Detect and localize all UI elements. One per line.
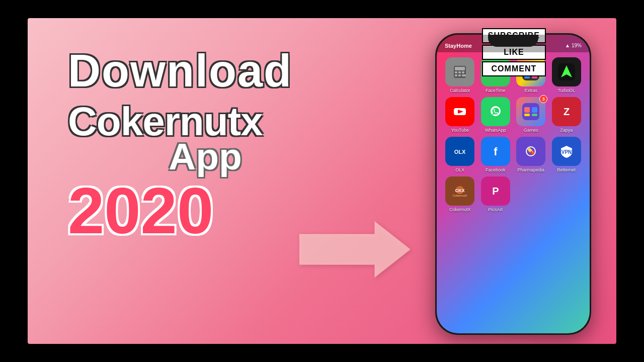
picsart-icon: P: [481, 176, 510, 206]
calculator-icon: [445, 57, 474, 86]
svg-rect-5: [462, 71, 464, 73]
arrow-icon: [299, 219, 410, 280]
phone-notch: [488, 35, 538, 47]
arrow-container: [299, 219, 410, 282]
facebook-label: Facebook: [486, 167, 506, 172]
left-content: Download Cokernutx App 2020: [68, 48, 410, 243]
main-thumbnail: SUBSCRIBE LIKE COMMENT Download Cokernut…: [28, 18, 616, 344]
picsart-label: PicsArt: [488, 207, 503, 212]
app-grid: Calculator FaceTime Extras: [442, 55, 585, 215]
list-item: YouTube: [444, 97, 476, 133]
svg-rect-25: [524, 107, 530, 113]
betternet-icon: VPN: [552, 137, 581, 166]
list-item: P PicsArt: [480, 176, 512, 212]
status-right: ▲ 19%: [565, 43, 582, 48]
svg-rect-27: [524, 114, 530, 116]
olx-icon: OLX: [445, 137, 474, 166]
svg-text:OLX: OLX: [454, 149, 466, 155]
svg-rect-3: [455, 71, 457, 73]
pharmapedia-icon: 💊: [516, 137, 545, 166]
svg-text:f: f: [494, 145, 498, 158]
list-item: 💊 Pharmapedia: [515, 137, 547, 172]
phone-screen: StayHome ▲ 19% Calculator: [437, 35, 590, 333]
battery-text: 19%: [572, 43, 582, 48]
list-item: Calculator: [444, 57, 476, 93]
app-name-container: Cokernutx App: [68, 99, 410, 178]
facetime-label: FaceTime: [486, 88, 506, 93]
list-item: OLX OLX: [444, 137, 476, 172]
extras-label: Extras: [524, 88, 537, 93]
phone-outer: StayHome ▲ 19% Calculator: [435, 33, 591, 335]
signal-icon: ▲: [565, 43, 570, 48]
zapya-icon: Z: [552, 97, 581, 126]
cokernutx-icon: CKXCokernutX: [445, 176, 474, 206]
phone-mockup: StayHome ▲ 19% Calculator: [435, 33, 606, 340]
comment-badge: COMMENT: [482, 61, 546, 76]
svg-rect-28: [532, 114, 537, 116]
youtube-label: YouTube: [451, 128, 469, 133]
svg-rect-8: [462, 74, 466, 76]
list-item: f Facebook: [480, 137, 512, 172]
olx-label: OLX: [455, 167, 464, 172]
betternet-label: Betternet: [557, 167, 576, 172]
list-item: VPN Betternet: [551, 137, 583, 172]
svg-text:Z: Z: [564, 106, 570, 117]
svg-text:CokernutX: CokernutX: [453, 194, 467, 197]
list-item: TurboDL: [551, 57, 583, 93]
svg-rect-7: [458, 74, 461, 76]
youtube-icon: [445, 97, 474, 126]
whatsapp-label: WhatsApp: [485, 128, 506, 133]
games-icon: 3: [516, 97, 545, 126]
svg-text:VPN: VPN: [561, 149, 572, 155]
download-text: Download: [68, 48, 410, 94]
list-item: 3 Games: [515, 97, 547, 133]
svg-text:💊: 💊: [527, 147, 535, 155]
facebook-icon: f: [481, 137, 510, 166]
svg-rect-2: [455, 67, 465, 70]
pharmapedia-label: Pharmapedia: [517, 167, 544, 172]
svg-text:CKX: CKX: [455, 188, 465, 193]
cokernutx-label: CokernutX: [449, 207, 471, 212]
list-item: WhatsApp: [480, 97, 512, 133]
list-item: Z Zapya: [551, 97, 583, 133]
games-label: Games: [524, 128, 538, 133]
turbodl-icon: [552, 57, 581, 86]
whatsapp-icon: [481, 97, 510, 126]
svg-rect-4: [458, 71, 461, 73]
turbodl-label: TurboDL: [557, 88, 575, 93]
svg-rect-6: [455, 74, 457, 76]
app-text: App: [169, 135, 410, 178]
games-badge: 3: [539, 95, 547, 103]
zapya-label: Zapya: [560, 128, 573, 133]
svg-rect-26: [532, 107, 537, 113]
status-left: StayHome: [445, 43, 472, 49]
calculator-label: Calculator: [450, 88, 470, 93]
svg-marker-0: [299, 222, 410, 277]
svg-text:P: P: [492, 186, 499, 197]
list-item: CKXCokernutX CokernutX: [444, 176, 476, 212]
